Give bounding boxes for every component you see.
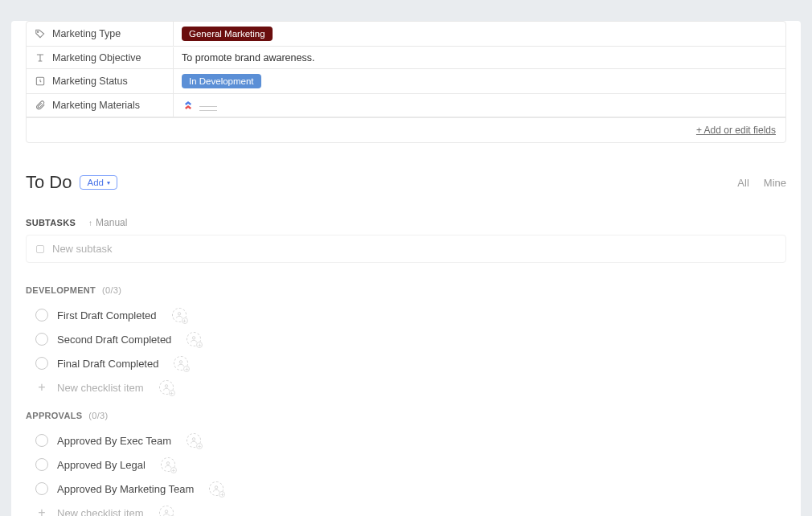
- plus-icon: +: [196, 342, 203, 348]
- svg-point-5: [165, 385, 167, 387]
- add-button-label: Add: [87, 178, 103, 187]
- group-title: APPROVALS: [26, 411, 82, 420]
- new-checklist-label: New checklist item: [57, 382, 144, 394]
- checklist-group-development: DEVELOPMENT (0/3) First Draft Completed …: [26, 285, 786, 399]
- assignee-button[interactable]: +: [174, 356, 188, 371]
- group-header[interactable]: DEVELOPMENT (0/3): [26, 285, 786, 295]
- circle-checkbox[interactable]: [35, 357, 48, 370]
- attachment-label: ——: [199, 100, 217, 111]
- svg-point-0: [37, 31, 38, 32]
- checklist-group-approvals: APPROVALS (0/3) Approved By Exec Team + …: [26, 411, 786, 516]
- add-edit-fields-link[interactable]: + Add or edit fields: [27, 117, 785, 142]
- circle-checkbox[interactable]: [35, 333, 48, 346]
- checklist-item-label: Approved By Legal: [57, 459, 146, 471]
- svg-point-9: [165, 510, 167, 513]
- svg-point-7: [166, 462, 169, 465]
- assignee-button[interactable]: +: [209, 481, 224, 496]
- svg-point-3: [193, 337, 195, 339]
- circle-checkbox[interactable]: [35, 458, 48, 471]
- assignee-button[interactable]: +: [159, 506, 174, 516]
- group-title: DEVELOPMENT: [26, 285, 96, 295]
- sort-label: Manual: [96, 217, 127, 228]
- svg-point-4: [180, 361, 182, 363]
- group-count: (0/3): [102, 285, 121, 295]
- new-subtask-input[interactable]: New subtask: [26, 235, 786, 263]
- sort-toggle[interactable]: ↑ Manual: [88, 217, 127, 228]
- marketing-objective-text: To promote brand awareness.: [182, 52, 314, 63]
- checklist-item-label: First Draft Completed: [57, 309, 157, 321]
- svg-point-6: [192, 438, 195, 440]
- todo-title: To Do: [26, 172, 72, 193]
- field-value[interactable]: General Marketing: [173, 22, 785, 46]
- plus-icon: +: [219, 491, 225, 498]
- field-value[interactable]: To promote brand awareness.: [173, 47, 785, 68]
- circle-checkbox[interactable]: [35, 309, 48, 321]
- circle-checkbox[interactable]: [35, 482, 48, 495]
- todo-section: To Do Add ▾ All Mine SUBTASKS ↑ Manual N…: [26, 172, 786, 516]
- assignee-button[interactable]: +: [172, 308, 187, 322]
- field-name: Marketing Type: [52, 28, 121, 39]
- status-icon: [35, 76, 46, 87]
- todo-header: To Do Add ▾ All Mine: [26, 172, 786, 193]
- checkbox-icon: [36, 245, 44, 253]
- checklist-item-label: Approved By Exec Team: [57, 435, 171, 447]
- new-checklist-item[interactable]: + New checklist item +: [26, 501, 786, 516]
- field-row-marketing-status: Marketing Status In Development: [27, 69, 785, 94]
- field-name: Marketing Objective: [52, 52, 141, 63]
- field-row-marketing-objective: Marketing Objective To promote brand awa…: [27, 47, 785, 69]
- text-icon: [35, 52, 46, 63]
- svg-point-8: [215, 486, 218, 489]
- add-button[interactable]: Add ▾: [80, 175, 117, 190]
- clickup-icon: [182, 99, 195, 112]
- field-value[interactable]: In Development: [173, 69, 785, 93]
- field-name: Marketing Status: [52, 76, 128, 87]
- group-header[interactable]: APPROVALS (0/3): [26, 411, 786, 420]
- custom-fields-table: Marketing Type General Marketing Marketi…: [26, 21, 786, 143]
- plus-icon: +: [170, 467, 177, 473]
- plus-icon: +: [169, 390, 175, 396]
- assignee-button[interactable]: +: [159, 380, 174, 395]
- todo-filters: All Mine: [737, 177, 786, 189]
- checklist-item[interactable]: First Draft Completed +: [26, 303, 786, 327]
- field-label: Marketing Materials: [27, 95, 173, 116]
- checklist-item-label: Approved By Marketing Team: [57, 483, 194, 495]
- plus-icon: +: [35, 506, 48, 516]
- group-count: (0/3): [88, 411, 108, 420]
- marketing-status-badge: In Development: [182, 74, 261, 88]
- checklist-item[interactable]: Approved By Exec Team +: [26, 428, 786, 453]
- filter-mine[interactable]: Mine: [764, 177, 786, 189]
- field-name: Marketing Materials: [52, 100, 140, 111]
- field-row-marketing-type: Marketing Type General Marketing: [27, 22, 785, 47]
- svg-point-2: [178, 313, 180, 315]
- plus-icon: +: [35, 381, 48, 394]
- plus-icon: +: [196, 443, 203, 449]
- subtasks-header: SUBTASKS ↑ Manual: [26, 217, 786, 228]
- arrow-up-icon: ↑: [88, 219, 92, 227]
- checklist-item[interactable]: Second Draft Completed +: [26, 327, 786, 351]
- circle-checkbox[interactable]: [35, 434, 48, 447]
- subtasks-label: SUBTASKS: [26, 218, 76, 227]
- assignee-button[interactable]: +: [161, 457, 175, 472]
- new-checklist-item[interactable]: + New checklist item +: [26, 375, 786, 399]
- assignee-button[interactable]: +: [187, 332, 201, 346]
- new-checklist-label: New checklist item: [57, 507, 144, 517]
- tag-icon: [35, 28, 46, 39]
- chevron-down-icon: ▾: [107, 179, 110, 186]
- todo-title-wrap: To Do Add ▾: [26, 172, 117, 193]
- new-subtask-placeholder: New subtask: [52, 243, 112, 255]
- plus-icon: +: [183, 366, 190, 372]
- checklist-item[interactable]: Approved By Legal +: [26, 453, 786, 477]
- field-value[interactable]: ——: [173, 94, 785, 117]
- checklist-item-label: Second Draft Completed: [57, 334, 171, 346]
- plus-icon: +: [182, 317, 188, 324]
- checklist-item[interactable]: Approved By Marketing Team +: [26, 477, 786, 501]
- task-detail-panel: Marketing Type General Marketing Marketi…: [11, 21, 801, 516]
- filter-all[interactable]: All: [737, 177, 748, 189]
- field-label: Marketing Objective: [27, 47, 173, 68]
- field-label: Marketing Status: [27, 71, 173, 92]
- assignee-button[interactable]: +: [187, 433, 201, 448]
- marketing-type-badge: General Marketing: [182, 27, 273, 41]
- checklist-item[interactable]: Final Draft Completed +: [26, 351, 786, 375]
- field-label: Marketing Type: [27, 23, 173, 44]
- attach-icon: [35, 100, 46, 111]
